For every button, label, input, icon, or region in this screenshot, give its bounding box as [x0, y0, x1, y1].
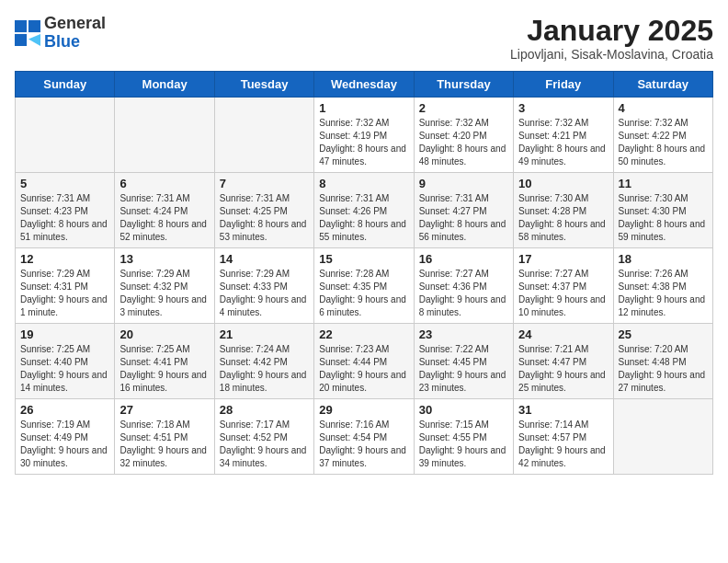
calendar-day-cell: 30Sunrise: 7:15 AM Sunset: 4:55 PM Dayli…: [414, 399, 513, 475]
day-number: 26: [20, 403, 109, 417]
day-number: 19: [20, 327, 109, 341]
day-number: 12: [20, 252, 109, 266]
calendar-day-cell: 1Sunrise: 7:32 AM Sunset: 4:19 PM Daylig…: [314, 98, 414, 173]
logo-general-text: General: [44, 14, 106, 32]
day-info: Sunrise: 7:28 AM Sunset: 4:35 PM Dayligh…: [319, 268, 408, 319]
calendar-day-cell: 22Sunrise: 7:23 AM Sunset: 4:44 PM Dayli…: [314, 324, 414, 399]
day-info: Sunrise: 7:30 AM Sunset: 4:28 PM Dayligh…: [518, 192, 608, 244]
calendar-day-cell: 17Sunrise: 7:27 AM Sunset: 4:37 PM Dayli…: [514, 248, 613, 324]
day-info: Sunrise: 7:31 AM Sunset: 4:23 PM Dayligh…: [20, 192, 109, 244]
day-info: Sunrise: 7:16 AM Sunset: 4:54 PM Dayligh…: [319, 419, 408, 470]
day-number: 9: [419, 177, 508, 190]
day-of-week-header: Monday: [115, 72, 214, 98]
day-number: 7: [220, 177, 309, 190]
calendar-day-cell: 3Sunrise: 7:32 AM Sunset: 4:21 PM Daylig…: [514, 98, 613, 173]
svg-rect-0: [15, 20, 27, 32]
svg-rect-2: [15, 34, 27, 46]
calendar-day-cell: 25Sunrise: 7:20 AM Sunset: 4:48 PM Dayli…: [613, 324, 712, 399]
day-of-week-header: Wednesday: [314, 72, 414, 98]
calendar-week-row: 12Sunrise: 7:29 AM Sunset: 4:31 PM Dayli…: [16, 248, 713, 324]
day-number: 24: [518, 327, 608, 341]
calendar-day-cell: 27Sunrise: 7:18 AM Sunset: 4:51 PM Dayli…: [115, 399, 214, 475]
day-info: Sunrise: 7:21 AM Sunset: 4:47 PM Dayligh…: [518, 343, 608, 395]
day-number: 11: [619, 177, 708, 190]
logo: General Blue: [15, 15, 106, 52]
calendar-week-row: 5Sunrise: 7:31 AM Sunset: 4:23 PM Daylig…: [16, 173, 713, 248]
day-info: Sunrise: 7:27 AM Sunset: 4:36 PM Dayligh…: [419, 268, 508, 319]
calendar-day-cell: 14Sunrise: 7:29 AM Sunset: 4:33 PM Dayli…: [214, 248, 313, 324]
calendar-day-cell: 7Sunrise: 7:31 AM Sunset: 4:25 PM Daylig…: [214, 173, 313, 248]
day-of-week-header: Sunday: [16, 72, 115, 98]
day-number: 25: [619, 327, 708, 341]
day-number: 28: [220, 403, 309, 417]
day-info: Sunrise: 7:17 AM Sunset: 4:52 PM Dayligh…: [220, 419, 309, 470]
calendar-day-cell: 16Sunrise: 7:27 AM Sunset: 4:36 PM Dayli…: [414, 248, 513, 324]
day-info: Sunrise: 7:19 AM Sunset: 4:49 PM Dayligh…: [20, 419, 109, 470]
day-info: Sunrise: 7:18 AM Sunset: 4:51 PM Dayligh…: [119, 419, 209, 470]
logo-icon: [15, 20, 40, 46]
calendar-day-cell: 19Sunrise: 7:25 AM Sunset: 4:40 PM Dayli…: [16, 324, 115, 399]
day-number: 13: [119, 252, 209, 266]
day-number: 16: [419, 252, 508, 266]
day-info: Sunrise: 7:31 AM Sunset: 4:24 PM Dayligh…: [119, 192, 209, 244]
day-info: Sunrise: 7:23 AM Sunset: 4:44 PM Dayligh…: [319, 343, 408, 395]
day-info: Sunrise: 7:25 AM Sunset: 4:41 PM Dayligh…: [119, 343, 209, 395]
calendar-day-cell: 8Sunrise: 7:31 AM Sunset: 4:26 PM Daylig…: [314, 173, 414, 248]
day-number: 14: [220, 252, 309, 266]
calendar-day-cell: 31Sunrise: 7:14 AM Sunset: 4:57 PM Dayli…: [514, 399, 613, 475]
day-info: Sunrise: 7:32 AM Sunset: 4:21 PM Dayligh…: [518, 117, 608, 168]
calendar-day-cell: 18Sunrise: 7:26 AM Sunset: 4:38 PM Dayli…: [613, 248, 712, 324]
day-info: Sunrise: 7:22 AM Sunset: 4:45 PM Dayligh…: [419, 343, 508, 395]
day-number: 31: [518, 403, 608, 417]
day-number: 8: [319, 177, 408, 190]
calendar-day-cell: 15Sunrise: 7:28 AM Sunset: 4:35 PM Dayli…: [314, 248, 414, 324]
day-number: 20: [119, 327, 209, 341]
day-info: Sunrise: 7:29 AM Sunset: 4:31 PM Dayligh…: [20, 268, 109, 319]
calendar-day-cell: 10Sunrise: 7:30 AM Sunset: 4:28 PM Dayli…: [514, 173, 613, 248]
day-info: Sunrise: 7:30 AM Sunset: 4:30 PM Dayligh…: [619, 192, 708, 244]
day-number: 1: [319, 101, 408, 115]
calendar-day-cell: 2Sunrise: 7:32 AM Sunset: 4:20 PM Daylig…: [414, 98, 513, 173]
calendar-day-cell: 13Sunrise: 7:29 AM Sunset: 4:32 PM Dayli…: [115, 248, 214, 324]
calendar-day-cell: 20Sunrise: 7:25 AM Sunset: 4:41 PM Dayli…: [115, 324, 214, 399]
calendar-day-cell: 26Sunrise: 7:19 AM Sunset: 4:49 PM Dayli…: [16, 399, 115, 475]
day-number: 15: [319, 252, 408, 266]
calendar-day-cell: 11Sunrise: 7:30 AM Sunset: 4:30 PM Dayli…: [613, 173, 712, 248]
calendar-day-cell: 21Sunrise: 7:24 AM Sunset: 4:42 PM Dayli…: [214, 324, 313, 399]
day-number: 2: [419, 101, 508, 115]
day-info: Sunrise: 7:31 AM Sunset: 4:27 PM Dayligh…: [419, 192, 508, 244]
logo-blue-text: Blue: [44, 32, 80, 51]
day-number: 6: [119, 177, 209, 190]
day-info: Sunrise: 7:29 AM Sunset: 4:33 PM Dayligh…: [220, 268, 309, 319]
calendar-week-row: 1Sunrise: 7:32 AM Sunset: 4:19 PM Daylig…: [16, 98, 713, 173]
calendar-day-cell: 6Sunrise: 7:31 AM Sunset: 4:24 PM Daylig…: [115, 173, 214, 248]
day-number: 22: [319, 327, 408, 341]
day-info: Sunrise: 7:20 AM Sunset: 4:48 PM Dayligh…: [619, 343, 708, 395]
month-title: January 2025: [510, 15, 713, 47]
day-info: Sunrise: 7:32 AM Sunset: 4:20 PM Dayligh…: [419, 117, 508, 168]
day-info: Sunrise: 7:31 AM Sunset: 4:25 PM Dayligh…: [220, 192, 309, 244]
day-number: 3: [518, 101, 608, 115]
day-number: 18: [619, 252, 708, 266]
day-number: 10: [518, 177, 608, 190]
calendar-week-row: 19Sunrise: 7:25 AM Sunset: 4:40 PM Dayli…: [16, 324, 713, 399]
day-of-week-header: Tuesday: [214, 72, 313, 98]
calendar-day-cell: [115, 98, 214, 173]
calendar-day-cell: 29Sunrise: 7:16 AM Sunset: 4:54 PM Dayli…: [314, 399, 414, 475]
calendar-day-cell: 24Sunrise: 7:21 AM Sunset: 4:47 PM Dayli…: [514, 324, 613, 399]
calendar-day-cell: 5Sunrise: 7:31 AM Sunset: 4:23 PM Daylig…: [16, 173, 115, 248]
day-of-week-header: Thursday: [414, 72, 513, 98]
calendar-day-cell: [214, 98, 313, 173]
day-number: 4: [619, 101, 708, 115]
day-info: Sunrise: 7:27 AM Sunset: 4:37 PM Dayligh…: [518, 268, 608, 319]
day-info: Sunrise: 7:32 AM Sunset: 4:22 PM Dayligh…: [619, 117, 708, 168]
day-info: Sunrise: 7:26 AM Sunset: 4:38 PM Dayligh…: [619, 268, 708, 319]
day-number: 17: [518, 252, 608, 266]
day-info: Sunrise: 7:24 AM Sunset: 4:42 PM Dayligh…: [220, 343, 309, 395]
day-number: 21: [220, 327, 309, 341]
day-number: 27: [119, 403, 209, 417]
calendar-day-cell: 12Sunrise: 7:29 AM Sunset: 4:31 PM Dayli…: [16, 248, 115, 324]
day-info: Sunrise: 7:15 AM Sunset: 4:55 PM Dayligh…: [419, 419, 508, 470]
day-number: 30: [419, 403, 508, 417]
day-info: Sunrise: 7:32 AM Sunset: 4:19 PM Dayligh…: [319, 117, 408, 168]
